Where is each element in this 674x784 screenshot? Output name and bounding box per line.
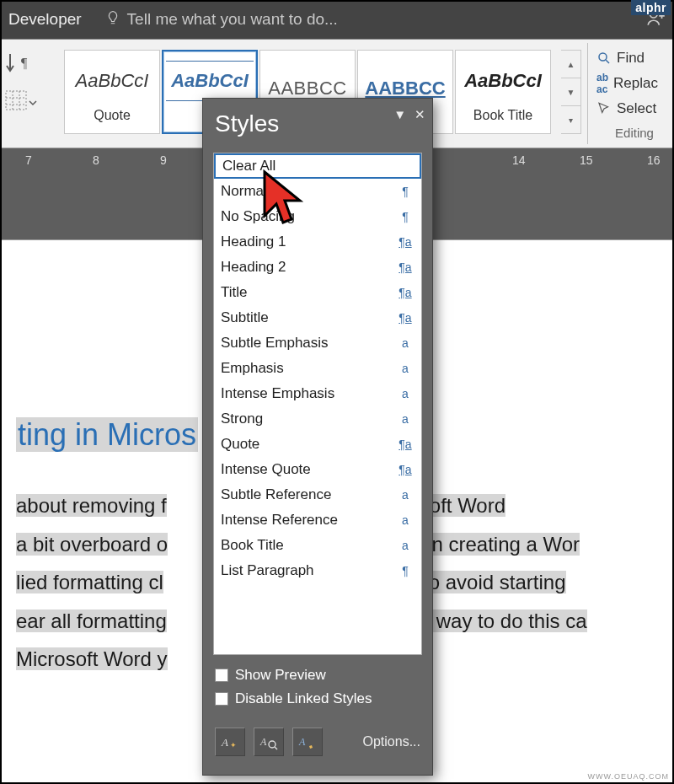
new-style-button[interactable]: A✦ (215, 728, 245, 756)
style-name: Heading 2 (221, 259, 396, 276)
show-preview-label: Show Preview (235, 667, 326, 684)
style-name: Normal (221, 183, 396, 200)
manage-styles-button[interactable]: A (292, 728, 323, 756)
style-type-icon: ¶a (396, 463, 415, 476)
style-row-no-spacing[interactable]: No Spacing¶ (214, 204, 421, 229)
select-button[interactable]: Select (596, 97, 672, 121)
styles-list: Clear AllNormal¶No Spacing¶Heading 1¶aHe… (213, 153, 422, 655)
style-row-emphasis[interactable]: Emphasisa (214, 356, 421, 381)
svg-point-7 (269, 741, 275, 748)
styles-task-pane[interactable]: Styles ▼ ✕ Clear AllNormal¶No Spacing¶He… (202, 98, 433, 776)
editing-group-label: Editing (596, 126, 672, 140)
style-type-icon: a (396, 336, 415, 350)
disable-linked-checkbox[interactable]: Disable Linked Styles (215, 690, 420, 707)
style-row-book-title[interactable]: Book Titlea (214, 533, 421, 558)
style-type-icon: ¶a (396, 286, 415, 299)
style-type-icon: a (396, 412, 415, 426)
table-grid-button[interactable] (3, 89, 37, 119)
style-name: Book Title (221, 537, 396, 554)
style-name: Intense Quote (221, 461, 396, 478)
style-type-icon: ¶ (396, 185, 415, 198)
styles-options-link[interactable]: Options... (363, 734, 420, 749)
pane-close-icon[interactable]: ✕ (415, 107, 425, 122)
style-type-icon: a (396, 539, 415, 552)
style-row-quote[interactable]: Quote¶a (214, 432, 421, 457)
cursor-icon (596, 101, 612, 116)
alphr-badge: alphr (631, 0, 671, 15)
style-preview: AaBbCcI (464, 61, 542, 101)
style-type-icon: a (396, 488, 415, 502)
ruler-tick: 15 (580, 153, 593, 167)
style-type-icon: ¶a (396, 235, 415, 249)
lightbulb-icon (105, 10, 120, 30)
style-name: Intense Emphasis (221, 385, 396, 402)
style-row-list-paragraph[interactable]: List Paragraph¶ (214, 558, 421, 583)
style-type-icon: ¶ (396, 210, 415, 223)
tell-me-search[interactable]: Tell me what you want to do... (105, 10, 338, 30)
style-row-intense-reference[interactable]: Intense Referencea (214, 507, 421, 533)
style-type-icon: a (396, 362, 415, 375)
style-swatch-quote[interactable]: AaBbCcI Quote (64, 50, 160, 134)
style-name: No Spacing (221, 208, 396, 225)
ruler-tick: 7 (25, 153, 32, 167)
style-preview: AaBbCcI (76, 61, 149, 101)
style-name: Emphasis (221, 360, 396, 377)
style-row-normal[interactable]: Normal¶ (214, 179, 421, 204)
style-label: Book Title (473, 108, 532, 123)
disable-linked-label: Disable Linked Styles (235, 690, 372, 707)
style-row-intense-quote[interactable]: Intense Quote¶a (214, 457, 421, 482)
svg-rect-2 (6, 91, 26, 110)
style-row-strong[interactable]: Stronga (214, 406, 421, 432)
style-type-icon: a (396, 387, 415, 400)
select-label: Select (617, 100, 656, 117)
tell-me-placeholder: Tell me what you want to do... (127, 10, 338, 29)
style-type-icon: ¶ (396, 564, 415, 577)
svg-text:¶: ¶ (21, 56, 28, 70)
style-name: Title (221, 284, 396, 301)
ruler-tick: 16 (647, 153, 661, 167)
style-swatch-book-title[interactable]: AaBbCcI Book Title (455, 50, 551, 134)
chevron-up-icon: ▲ (561, 51, 580, 78)
checkbox-icon (215, 669, 228, 682)
style-name: Subtle Reference (221, 486, 396, 503)
style-row-subtitle[interactable]: Subtitle¶a (214, 305, 421, 330)
ribbon-tab-developer[interactable]: Developer (8, 10, 82, 29)
checkbox-icon (215, 692, 228, 706)
style-row-clear-all[interactable]: Clear All (214, 153, 421, 179)
style-row-subtle-reference[interactable]: Subtle Referencea (214, 482, 421, 507)
style-name: Subtitle (221, 309, 396, 326)
style-name: Clear All (222, 158, 394, 175)
style-row-heading-2[interactable]: Heading 2¶a (214, 255, 421, 280)
style-name: Intense Reference (221, 512, 396, 529)
ruler-tick: 8 (93, 153, 99, 167)
style-type-icon: ¶a (396, 311, 415, 325)
style-name: List Paragraph (221, 562, 396, 579)
style-row-title[interactable]: Title¶a (214, 280, 421, 305)
svg-point-3 (599, 53, 607, 61)
find-label: Find (617, 50, 645, 67)
chevron-down-icon: ▼ (561, 78, 580, 106)
svg-text:A: A (298, 736, 306, 748)
replace-icon: abac (596, 72, 608, 95)
ruler-tick: 14 (512, 153, 526, 167)
style-row-intense-emphasis[interactable]: Intense Emphasisa (214, 381, 421, 406)
style-type-icon: ¶a (396, 260, 415, 274)
svg-text:A: A (259, 736, 267, 748)
replace-label: Replac (613, 75, 658, 92)
ribbon-tabbar: Developer Tell me what you want to do... (0, 0, 674, 39)
style-type-icon: a (396, 513, 415, 527)
search-icon (596, 51, 612, 66)
style-inspector-button[interactable]: A (254, 728, 284, 756)
pane-dropdown-icon[interactable]: ▼ (393, 107, 406, 122)
style-name: Heading 1 (221, 234, 396, 250)
style-row-subtle-emphasis[interactable]: Subtle Emphasisa (214, 330, 421, 356)
editing-group: Find abac Replac Select Editing (596, 46, 672, 140)
gallery-more-button[interactable]: ▲ ▼ ▾ (561, 50, 581, 134)
sort-arrow-button[interactable]: ¶ (3, 48, 37, 78)
style-row-heading-1[interactable]: Heading 1¶a (214, 229, 421, 255)
show-preview-checkbox[interactable]: Show Preview (215, 667, 420, 684)
find-button[interactable]: Find (596, 46, 672, 70)
replace-button[interactable]: abac Replac (596, 72, 672, 95)
watermark: WWW.OEUAQ.COM (588, 772, 670, 781)
ribbon-separator (587, 43, 588, 144)
